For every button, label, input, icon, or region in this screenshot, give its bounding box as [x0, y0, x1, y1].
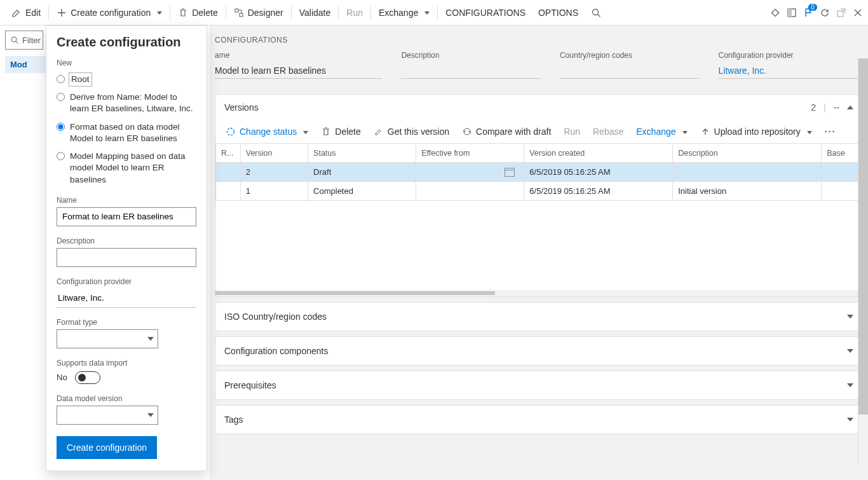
format-type-label: Format type: [57, 318, 196, 327]
versions-action-bar: Change status Delete Get this version Co…: [215, 120, 862, 143]
option-root-label: Root: [70, 74, 91, 85]
options-label: OPTIONS: [538, 8, 578, 18]
prereq-section[interactable]: Prerequisites: [215, 371, 863, 400]
chevron-down-icon: [847, 349, 853, 353]
chevron-down-icon: [301, 127, 308, 137]
chevron-down-icon: [147, 337, 154, 341]
radio-mapping[interactable]: [57, 152, 65, 160]
designer-button[interactable]: Designer: [227, 1, 290, 25]
components-section[interactable]: Configuration components: [215, 336, 863, 366]
refresh-icon[interactable]: [820, 8, 830, 18]
col-status[interactable]: Status: [308, 144, 416, 163]
app-icon[interactable]: [787, 8, 797, 18]
chevron-down-icon: [422, 8, 430, 18]
data-model-version-select[interactable]: [57, 406, 158, 425]
popout-icon[interactable]: [836, 8, 846, 18]
compare-button[interactable]: Compare with draft: [457, 123, 556, 141]
edit-button[interactable]: Edit: [5, 1, 47, 25]
format-type-select[interactable]: [57, 329, 158, 348]
horizontal-scrollbar[interactable]: [215, 290, 862, 296]
description-field-label: Description: [57, 237, 196, 245]
versions-title: Versions: [224, 102, 259, 113]
chevron-down-icon: [680, 127, 688, 137]
pencil-icon: [11, 8, 22, 18]
create-config-button[interactable]: Create configuration: [50, 1, 168, 25]
col-rev[interactable]: R...: [216, 144, 241, 163]
version-delete-button[interactable]: Delete: [316, 123, 365, 141]
notification-count: 0: [808, 4, 817, 11]
description-field[interactable]: [57, 248, 196, 267]
diamond-icon[interactable]: [770, 8, 780, 18]
configurations-tab[interactable]: CONFIGURATIONS: [439, 1, 532, 25]
exchange-button[interactable]: Exchange: [372, 1, 436, 25]
chevron-down-icon: [804, 127, 812, 137]
tags-section[interactable]: Tags: [215, 405, 863, 434]
description-label: Description: [401, 51, 541, 60]
col-version[interactable]: Version: [240, 144, 308, 163]
option-derive[interactable]: Derive from Name: Model to learn ER base…: [57, 92, 196, 114]
run-button: Run: [340, 1, 369, 25]
versions-count: 2: [811, 102, 816, 113]
iso-section[interactable]: ISO Country/region codes: [215, 302, 863, 331]
compare-icon: [462, 127, 472, 137]
svg-point-7: [11, 37, 17, 42]
create-config-submit[interactable]: Create configuration: [57, 436, 157, 459]
radio-derive[interactable]: [57, 93, 65, 101]
more-button[interactable]: ···: [820, 123, 841, 141]
get-version-button[interactable]: Get this version: [369, 123, 454, 141]
trash-icon: [178, 8, 188, 18]
provider-value[interactable]: Litware, Inc.: [718, 62, 858, 79]
table-row[interactable]: 1 Completed 6/5/2019 05:16:25 AM Initial…: [216, 182, 862, 201]
svg-point-8: [227, 128, 234, 135]
delete-button[interactable]: Delete: [172, 1, 224, 25]
designer-icon: [234, 8, 244, 18]
upload-repo-button[interactable]: Upload into repository: [695, 123, 817, 141]
radio-root[interactable]: [57, 75, 65, 83]
versions-panel: Versions 2 | -- Change status: [215, 94, 863, 297]
chevron-down-icon: [147, 413, 154, 417]
col-base[interactable]: Base: [822, 144, 862, 163]
filter-input[interactable]: Filter: [5, 31, 43, 50]
table-row[interactable]: 2 Draft 6/5/2019 05:16:25 AM: [216, 163, 862, 182]
upload-icon: [700, 127, 710, 137]
country-label: Country/region codes: [560, 51, 700, 60]
chevron-down-icon: [847, 418, 853, 422]
close-icon[interactable]: [853, 8, 863, 18]
radio-format[interactable]: [57, 123, 65, 131]
description-value: [401, 62, 541, 79]
col-created[interactable]: Version created: [524, 144, 673, 163]
rebase-button: Rebase: [588, 123, 628, 141]
notification-button[interactable]: 0: [803, 8, 813, 18]
main-pane: CONFIGURATIONS ame Model to learn ER bas…: [210, 25, 868, 480]
vertical-scrollbar[interactable]: [858, 58, 868, 465]
search-button[interactable]: [585, 1, 607, 25]
change-status-button[interactable]: Change status: [220, 123, 313, 141]
supports-import-label: Supports data import: [57, 359, 196, 367]
supports-import-toggle[interactable]: [75, 371, 100, 384]
chevron-up-icon[interactable]: [847, 106, 853, 109]
options-tab[interactable]: OPTIONS: [532, 1, 585, 25]
validate-label: Validate: [299, 8, 331, 18]
col-description[interactable]: Description: [673, 144, 822, 163]
chevron-down-icon: [154, 8, 162, 18]
chevron-down-icon: [847, 315, 853, 319]
option-root[interactable]: Root: [57, 74, 196, 85]
search-icon: [591, 8, 601, 18]
option-mapping-label: Model Mapping based on data model Model …: [70, 151, 196, 186]
svg-rect-5: [788, 9, 792, 17]
filter-placeholder: Filter: [22, 36, 41, 45]
name-field[interactable]: [57, 207, 196, 226]
dropdown-title: Create configuration: [57, 35, 196, 50]
validate-button[interactable]: Validate: [293, 1, 337, 25]
version-exchange-button[interactable]: Exchange: [631, 123, 692, 141]
country-value: [560, 62, 700, 79]
col-effective[interactable]: Effective from: [416, 144, 524, 163]
status-icon: [226, 127, 236, 137]
option-format[interactable]: Format based on data model Model to lear…: [57, 121, 196, 144]
chevron-down-icon: [847, 383, 853, 387]
option-mapping[interactable]: Model Mapping based on data model Model …: [57, 151, 196, 186]
svg-rect-1: [240, 13, 243, 17]
calendar-icon[interactable]: [505, 168, 515, 177]
tree-item-label: Mod: [10, 60, 27, 69]
supports-import-value: No: [57, 373, 67, 382]
